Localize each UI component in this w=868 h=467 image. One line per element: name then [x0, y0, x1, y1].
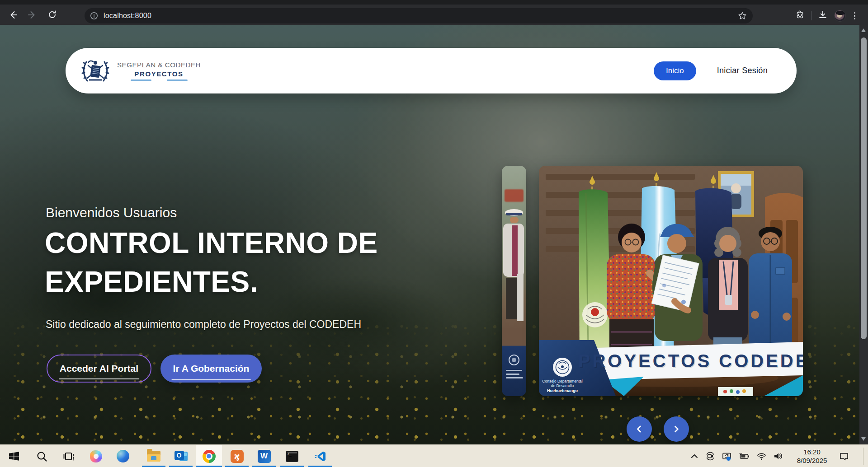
chrome-icon: [203, 450, 216, 463]
start-button[interactable]: [1, 445, 27, 467]
scrollbar-thumb[interactable]: [861, 37, 867, 339]
wifi-icon[interactable]: [756, 452, 767, 461]
vscode-icon: [314, 450, 326, 462]
browser-toolbar: localhost:8000: [0, 5, 868, 25]
nav-login-link[interactable]: Iniciar Sesión: [717, 66, 768, 75]
site-nav: Inicio Iniciar Sesión: [654, 61, 768, 80]
hero-subtitle: Sitio dedicado al seguimiento completo d…: [46, 318, 361, 331]
url-bar[interactable]: localhost:8000: [85, 8, 753, 23]
acceder-portal-button[interactable]: Acceder Al Portal: [47, 355, 151, 383]
cast-display-icon[interactable]: [722, 451, 732, 462]
action-center-icon[interactable]: [839, 451, 849, 462]
page-viewport: SEGEPLAN & CODEDEH PROYECTOS Inicio Inic…: [0, 25, 859, 444]
taskbar-clock[interactable]: 16:20 8/09/2025: [791, 448, 833, 465]
button-underline: [59, 378, 139, 379]
slide-photo: Consejo Departamental de Desarrollo Hueh…: [539, 166, 803, 396]
meet-camera-icon[interactable]: [705, 451, 715, 461]
clock-date: 8/09/2025: [791, 456, 833, 465]
word-button[interactable]: W: [251, 445, 277, 467]
forward-icon[interactable]: [24, 7, 40, 23]
windows-taskbar: O ϗ W: [0, 444, 868, 467]
battery-icon[interactable]: [738, 452, 750, 461]
outlook-button[interactable]: O: [168, 445, 194, 467]
emblem-line2: de Desarrollo: [551, 383, 574, 388]
brand-line1: SEGEPLAN & CODEDEH: [117, 61, 201, 69]
brand-text: SEGEPLAN & CODEDEH PROYECTOS: [117, 61, 201, 81]
task-view-button[interactable]: [56, 445, 82, 467]
site-info-icon[interactable]: [90, 12, 98, 20]
guatemala-emblem-logo: [80, 56, 111, 86]
carousel-previous-slide[interactable]: [502, 166, 526, 396]
scrollbar-down-arrow[interactable]: [861, 437, 866, 441]
xampp-button[interactable]: ϗ: [224, 445, 250, 467]
button-underline: [172, 379, 251, 380]
carousel-prev-button[interactable]: [627, 416, 652, 442]
edge-icon: [117, 450, 129, 462]
carousel-main-slide[interactable]: Consejo Departamental de Desarrollo Hueh…: [539, 166, 803, 396]
brand-line2: PROYECTOS: [134, 70, 183, 78]
back-icon[interactable]: [5, 7, 21, 23]
toolbar-separator: [811, 11, 811, 20]
carousel-next-button[interactable]: [664, 416, 689, 442]
toolbar-right-cluster: [795, 8, 858, 23]
outlook-icon: O: [175, 450, 188, 463]
windows-logo-icon: [8, 450, 20, 462]
terminal-icon: [286, 451, 298, 462]
hero-buttons: Acceder Al Portal Ir A Gobernación: [47, 355, 262, 383]
profile-avatar[interactable]: [834, 10, 846, 22]
reload-icon[interactable]: [44, 7, 60, 23]
page-scrollbar[interactable]: [859, 25, 868, 444]
download-icon[interactable]: [818, 10, 828, 22]
edge-button[interactable]: [110, 445, 136, 467]
carousel-banner-title: PROYECTOS CODEDEH: [578, 351, 803, 371]
site-header: SEGEPLAN & CODEDEH PROYECTOS Inicio Inic…: [66, 48, 797, 93]
taskbar-search-button[interactable]: [28, 445, 55, 467]
hero-title: CONTROL INTERNO DE EXPEDIENTES.: [45, 224, 438, 301]
url-text[interactable]: localhost:8000: [104, 12, 151, 20]
file-explorer-button[interactable]: [141, 445, 167, 467]
brand[interactable]: SEGEPLAN & CODEDEH PROYECTOS: [80, 56, 201, 86]
slide-footer-emblem: [509, 355, 519, 365]
vscode-button[interactable]: [307, 445, 333, 467]
brand-underline: [131, 79, 188, 81]
hero-eyebrow: Bienvenidos Usuarios: [46, 205, 177, 220]
word-icon: W: [258, 450, 271, 463]
bookmark-star-icon[interactable]: [737, 11, 747, 23]
volume-icon[interactable]: [773, 452, 783, 461]
scrollbar-up-arrow[interactable]: [861, 28, 866, 32]
nav-inicio-button[interactable]: Inicio: [654, 61, 696, 80]
ir-gobernacion-button[interactable]: Ir A Gobernación: [160, 355, 262, 383]
file-explorer-icon: [147, 451, 160, 462]
xampp-icon: ϗ: [231, 450, 244, 463]
copilot-button[interactable]: [83, 445, 109, 467]
tray-expand-icon[interactable]: [690, 452, 699, 461]
window-top-strip: [0, 0, 868, 5]
screen: localhost:8000: [0, 0, 868, 467]
show-desktop-separator[interactable]: [863, 448, 863, 465]
chevron-left-icon: [635, 425, 643, 433]
task-view-icon: [63, 450, 75, 462]
emblem-line1: Consejo Departamental: [542, 379, 582, 383]
clock-time: 16:20: [791, 448, 833, 456]
ir-gobernacion-label: Ir A Gobernación: [173, 363, 250, 374]
terminal-button[interactable]: [279, 445, 305, 467]
chevron-right-icon: [672, 425, 680, 433]
system-tray: [687, 445, 787, 467]
acceder-portal-label: Acceder Al Portal: [60, 363, 138, 374]
extensions-icon[interactable]: [795, 10, 805, 22]
search-icon: [36, 450, 48, 462]
chrome-button[interactable]: [196, 445, 222, 467]
copilot-icon: [90, 450, 102, 462]
menu-kebab-icon[interactable]: [852, 10, 858, 22]
emblem-line3: Huehuetenango: [547, 388, 578, 393]
